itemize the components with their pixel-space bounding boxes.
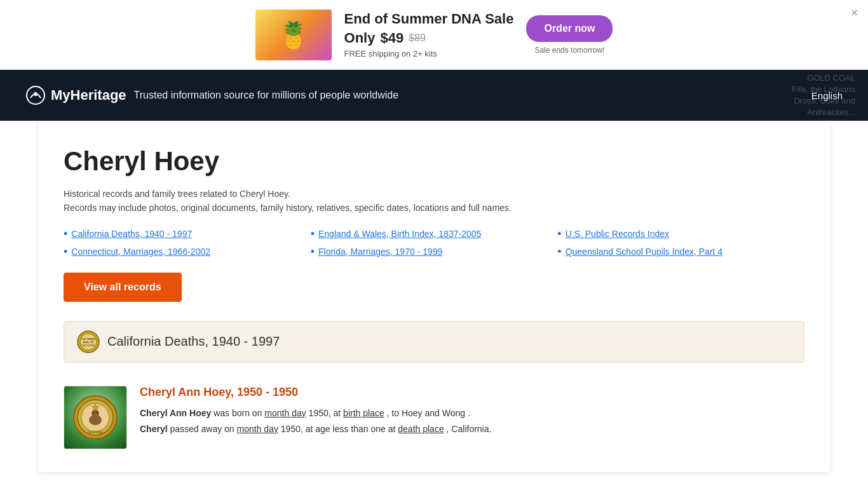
promo-banner: 🍍 End of Summer DNA Sale Only $49 $89 FR… (0, 0, 868, 70)
section-title: California Deaths, 1940 - 1997 (107, 334, 280, 349)
header-tagline: Trusted information source for millions … (134, 90, 398, 101)
record-name[interactable]: Cheryl Ann Hoey, 1950 - 1950 (140, 386, 804, 399)
record-card: CALIFORNIA Cheryl Ann Hoey, 1950 - 1950 … (64, 376, 804, 459)
died-text: passed away on (170, 424, 236, 434)
banner-price: Only $49 $89 (344, 30, 514, 46)
site-header: GOLD COALFife, the LothiansDross, Coke a… (0, 70, 868, 121)
bullet-icon: • (64, 228, 67, 240)
svg-text:CALIFORNIA: CALIFORNIA (88, 431, 103, 434)
record-link-3[interactable]: Connecticut, Marriages, 1966-2002 (71, 247, 210, 257)
svg-text:SEAL OF: SEAL OF (83, 341, 94, 344)
myheritage-logo-icon (25, 85, 46, 105)
bullet-icon: • (64, 246, 67, 257)
born-name: Cheryl Ann Hoey (140, 408, 211, 418)
record-description: Cheryl Ann Hoey was born on month day 19… (140, 405, 804, 437)
death-place-link[interactable]: death place (398, 424, 444, 434)
record-link-1[interactable]: England & Wales, Birth Index, 1837-2005 (318, 229, 481, 239)
svg-text:CALIFORNIA: CALIFORNIA (81, 344, 95, 347)
bullet-icon: • (557, 246, 561, 257)
died-location-text: , California. (447, 424, 492, 434)
bullet-icon: • (311, 246, 315, 257)
close-banner-button[interactable]: × (851, 6, 858, 20)
record-link-5[interactable]: Queensland School Pupils Index, Part 4 (566, 247, 723, 257)
record-info: Cheryl Ann Hoey, 1950 - 1950 Cheryl Ann … (140, 386, 804, 449)
svg-point-1 (34, 92, 37, 96)
banner-shipping: FREE shipping on 2+ kits (344, 49, 514, 58)
person-name: Cheryl Hoey (64, 146, 804, 177)
description: Historical records and family trees rela… (64, 187, 804, 215)
order-now-button[interactable]: Order now (526, 15, 613, 42)
died-prefix: Cheryl (140, 424, 168, 434)
header-left: MyHeritage Trusted information source fo… (25, 85, 398, 105)
bullet-icon: • (557, 228, 561, 240)
record-link-0[interactable]: California Deaths, 1940 - 1997 (71, 229, 192, 239)
banner-text: End of Summer DNA Sale Only $49 $89 FREE… (344, 11, 514, 58)
died-year-text: 1950, at age less than one at (281, 424, 398, 434)
price-current: $49 (380, 30, 403, 46)
banner-content: 🍍 End of Summer DNA Sale Only $49 $89 FR… (255, 10, 613, 60)
born-year-text: 1950, at (309, 408, 344, 418)
record-link-4[interactable]: Florida, Marriages, 1970 - 1999 (318, 247, 442, 257)
thumbnail-inner: CALIFORNIA (64, 386, 126, 449)
month-day-2[interactable]: month day (237, 424, 278, 434)
banner-image: 🍍 (255, 10, 332, 60)
price-original: $89 (409, 32, 426, 44)
banner-cta: Order now Sale ends tomorrow! (526, 15, 613, 55)
ca-seal-thumbnail: CALIFORNIA (73, 395, 118, 440)
svg-point-10 (92, 410, 99, 417)
logo-text: MyHeritage (51, 87, 126, 104)
month-day-1[interactable]: month day (264, 408, 306, 418)
price-label: Only (344, 30, 376, 46)
birth-place-link[interactable]: birth place (343, 408, 384, 418)
desc-line1: Historical records and family trees rela… (64, 187, 804, 201)
pineapple-icon: 🍍 (278, 22, 309, 48)
sale-ends-text: Sale ends tomorrow! (534, 46, 604, 55)
language-button[interactable]: English (811, 90, 843, 101)
record-link-2[interactable]: U.S. Public Records Index (566, 229, 669, 239)
header-right: English (811, 90, 843, 101)
desc-line2: Records may include photos, original doc… (64, 201, 804, 215)
myheritage-logo: MyHeritage (25, 85, 126, 105)
california-seal-icon: THE GREAT SEAL OF CALIFORNIA (77, 330, 100, 353)
record-thumbnail: CALIFORNIA (64, 386, 127, 449)
born-text: was born on (214, 408, 264, 418)
born-parents-text: , to Hoey and Wong . (387, 408, 470, 418)
view-all-records-button[interactable]: View all records (64, 273, 182, 302)
main-content: Cheryl Hoey Historical records and famil… (38, 121, 830, 472)
section-header: THE GREAT SEAL OF CALIFORNIA California … (64, 321, 804, 363)
bullet-icon: • (311, 228, 315, 240)
banner-title: End of Summer DNA Sale (344, 11, 514, 27)
links-section: •California Deaths, 1940 - 1997•England … (64, 228, 804, 257)
